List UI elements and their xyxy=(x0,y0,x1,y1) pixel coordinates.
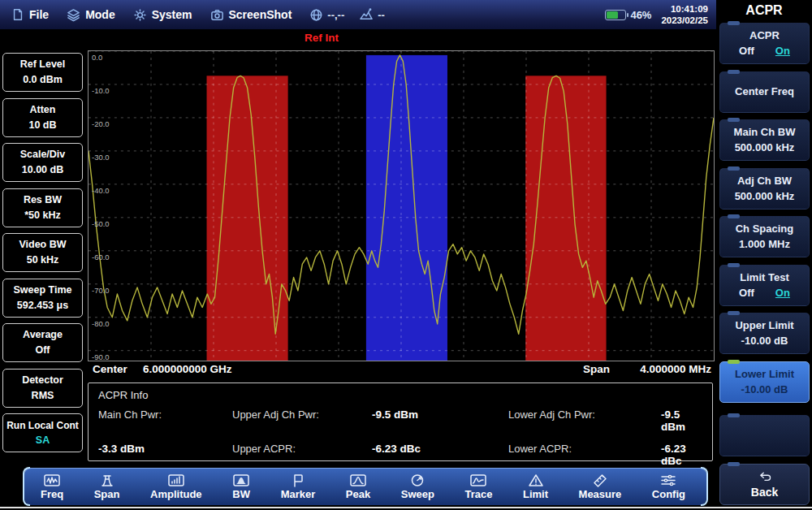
toolbar-label: Config xyxy=(652,489,685,500)
upper-adj-ch-pwr-value: -9.5 dBm xyxy=(372,408,508,433)
acpr-info-panel: ACPR Info Main Ch Pwr: Upper Adj Ch Pwr:… xyxy=(88,382,713,461)
button-value: -10.00 dB xyxy=(741,382,788,398)
menu-button-acpr-toggle[interactable]: ACPR Off On xyxy=(719,23,810,64)
setting-label: Atten xyxy=(30,102,56,118)
setting-video-bw[interactable]: Video BW 50 kHz xyxy=(2,233,83,272)
toolbar-label: Sweep xyxy=(401,489,434,500)
span-value: 4.000000 MHz xyxy=(640,363,711,375)
toolbar-label: Limit xyxy=(523,489,548,500)
menu-file-label: File xyxy=(29,8,49,21)
center-freq-label: Center xyxy=(93,363,127,375)
config-sliders-icon xyxy=(659,473,677,488)
y-axis-tick-label: -60.0 xyxy=(92,253,110,261)
menu-mode-label: Mode xyxy=(85,8,115,21)
menu-button-lower-limit[interactable]: Lower Limit -10.00 dB xyxy=(719,361,810,403)
frequency-row: Center 6.000000000 GHz Span 4.000000 MHz xyxy=(88,363,713,380)
setting-detector[interactable]: Detector RMS xyxy=(2,369,83,408)
setting-value: 10 dB xyxy=(28,118,56,133)
setting-label: Scale/Div xyxy=(20,147,66,162)
marker-flag-icon xyxy=(289,473,307,488)
menu-screenshot-label: ScreenShot xyxy=(229,8,292,21)
toolbar-measure[interactable]: Measure xyxy=(579,473,622,500)
lower-adj-ch-pwr-label: Lower Adj Ch Pwr: xyxy=(508,408,661,433)
setting-res-bw[interactable]: Res BW *50 kHz xyxy=(2,188,83,227)
menu-system-label: System xyxy=(152,8,192,21)
top-menu-bar: File Mode System ScreenShot --,-- xyxy=(0,0,716,29)
span-label: Span xyxy=(583,363,610,375)
toolbar-right-bracket xyxy=(701,467,708,506)
toolbar-label: BW xyxy=(232,489,250,500)
toolbar-bw[interactable]: BW xyxy=(232,473,250,500)
menu-button-adj-ch-bw[interactable]: Adj Ch BW 500.000 kHz xyxy=(719,168,810,210)
upper-adj-ch-pwr-label: Upper Adj Ch Pwr: xyxy=(232,408,372,433)
main-ch-pwr-label: Main Ch Pwr: xyxy=(98,408,232,433)
setting-value: 50 kHz xyxy=(27,253,59,268)
battery-status: 46% xyxy=(605,9,651,21)
toolbar-amplitude[interactable]: Amplitude xyxy=(150,473,202,500)
setting-scale-div[interactable]: Scale/Div 10.00 dB xyxy=(2,143,83,182)
toolbar-span[interactable]: Span xyxy=(94,473,120,500)
toolbar-label: Measure xyxy=(579,489,622,500)
toggle-off-label: Off xyxy=(739,44,754,59)
toolbar-config[interactable]: Config xyxy=(652,473,685,500)
battery-icon xyxy=(605,10,626,20)
setting-ref-level[interactable]: Ref Level 0.0 dBm xyxy=(2,53,83,92)
toolbar-limit[interactable]: Limit xyxy=(523,473,548,500)
setting-atten[interactable]: Atten 10 dB xyxy=(2,98,83,137)
toolbar-marker[interactable]: Marker xyxy=(281,473,316,500)
menu-file[interactable]: File xyxy=(11,8,49,21)
setting-label: Average xyxy=(23,327,63,343)
toolbar-label: Marker xyxy=(281,489,316,500)
setting-run-mode[interactable]: Run Local Cont SA xyxy=(2,413,83,452)
toggle-on-label: On xyxy=(775,44,790,59)
menu-button-empty[interactable] xyxy=(719,415,810,456)
bottom-toolbar: Freq Span Amplitude BW Marker xyxy=(24,468,706,505)
menu-system[interactable]: System xyxy=(133,8,192,22)
setting-label: Ref Level xyxy=(20,57,66,72)
menu-mode[interactable]: Mode xyxy=(67,8,115,22)
freq-wave-icon xyxy=(43,473,61,488)
menu-button-upper-limit[interactable]: Upper Limit -10.00 dB xyxy=(719,313,810,354)
setting-average[interactable]: Average Off xyxy=(2,323,83,362)
time: 10:41:09 xyxy=(661,3,708,15)
right-menu-panel: ACPR ACPR Off On Center Freq Main Ch BW … xyxy=(716,0,812,510)
amplitude-bars-icon xyxy=(167,473,185,488)
menu-button-limit-test-toggle[interactable]: Limit Test Off On xyxy=(719,265,810,306)
setting-value: *50 kHz xyxy=(24,208,60,223)
setting-sweep-time[interactable]: Sweep Time 592.453 μs xyxy=(2,279,83,318)
back-button[interactable]: Back xyxy=(719,464,810,505)
ref-source-label: Ref Int xyxy=(304,32,339,44)
screen-bottom-edge xyxy=(0,507,812,508)
clock: 10:41:09 2023/02/25 xyxy=(661,3,708,27)
lower-adj-ch-pwr-value: -9.5 dBm xyxy=(661,408,702,433)
battery-percent: 46% xyxy=(630,9,651,21)
signal-status: -- xyxy=(359,8,385,21)
toolbar-trace[interactable]: Trace xyxy=(464,473,492,500)
toolbar-sweep[interactable]: Sweep xyxy=(401,473,434,500)
button-label: Main Ch BW xyxy=(734,125,796,140)
button-value: 1.000 MHz xyxy=(739,237,790,253)
setting-label: Sweep Time xyxy=(13,283,71,298)
button-value: 500.000 kHz xyxy=(735,189,795,205)
peak-curve-icon xyxy=(349,473,367,488)
y-axis-tick-label: -50.0 xyxy=(92,219,110,228)
y-axis-tick-label: -20.0 xyxy=(92,119,110,128)
button-label: Adj Ch BW xyxy=(737,174,792,189)
y-axis-tick-label: -40.0 xyxy=(92,186,110,195)
toolbar-label: Span xyxy=(94,489,120,500)
menu-button-main-ch-bw[interactable]: Main Ch BW 500.000 kHz xyxy=(719,119,810,161)
menu-button-ch-spacing[interactable]: Ch Spacing 1.000 MHz xyxy=(719,216,810,257)
button-label: ACPR xyxy=(749,28,780,44)
measure-ruler-icon xyxy=(591,473,609,488)
y-axis-tick-label: -80.0 xyxy=(92,319,110,328)
acpr-info-title: ACPR Info xyxy=(98,389,702,401)
menu-button-center-freq[interactable]: Center Freq xyxy=(719,71,810,113)
toolbar-peak[interactable]: Peak xyxy=(346,473,370,500)
file-icon xyxy=(11,8,24,21)
menu-screenshot[interactable]: ScreenShot xyxy=(210,8,292,22)
toolbar-label: Trace xyxy=(464,489,492,500)
toolbar-freq[interactable]: Freq xyxy=(41,473,63,500)
y-axis-tick-label: -70.0 xyxy=(92,286,110,295)
button-label: Ch Spacing xyxy=(736,222,794,237)
upper-adjacent-channel-band xyxy=(525,76,606,361)
